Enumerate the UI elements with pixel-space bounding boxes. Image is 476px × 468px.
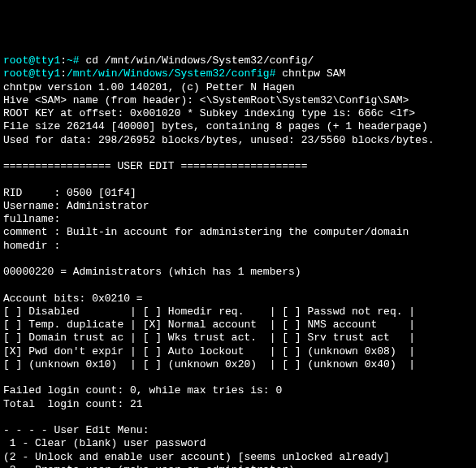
menu-item-3[interactable]: 3 - Promote user (make user an administr… bbox=[3, 464, 473, 468]
command-cd: cd /mnt/win/Windows/System32/config/ bbox=[85, 54, 314, 67]
output-rootkey: ROOT KEY at offset: 0x001020 * Subkey in… bbox=[3, 107, 473, 120]
output-hive: Hive <SAM> name (from header): <\SystemR… bbox=[3, 94, 473, 107]
account-bits-row: [ ] Domain trust ac | [ ] Wks trust act.… bbox=[3, 332, 473, 344]
prompt-sep: # bbox=[73, 54, 80, 67]
prompt-userhost: root@tty1 bbox=[3, 54, 60, 67]
account-bits-row: [ ] (unknown 0x10) | [ ] (unknown 0x20) … bbox=[3, 358, 473, 371]
field-homedir: homedir : bbox=[3, 240, 473, 253]
prompt-path: ~ bbox=[67, 54, 73, 67]
account-bits-row: [X] Pwd don't expir | [ ] Auto lockout |… bbox=[3, 345, 473, 358]
field-fullname: fullname: bbox=[3, 213, 473, 226]
output-used: Used for data: 298/26952 blocks/bytes, u… bbox=[3, 134, 473, 147]
output-version: chntpw version 1.00 140201, (c) Petter N… bbox=[3, 81, 473, 94]
group-membership: 00000220 = Administrators (which has 1 m… bbox=[3, 266, 473, 279]
login-failed: Failed login count: 0, while max tries i… bbox=[3, 384, 473, 397]
prompt-line-2: root@tty1:/mnt/win/Windows/System32/conf… bbox=[3, 67, 473, 80]
section-header-user-edit: ================= USER EDIT ============… bbox=[3, 160, 473, 173]
field-comment: comment : Built-in account for administe… bbox=[3, 226, 473, 239]
menu-item-2[interactable]: (2 - Unlock and enable user account) [se… bbox=[3, 451, 473, 464]
prompt-userhost: root@tty1 bbox=[3, 67, 60, 80]
account-bits-row: [ ] Temp. duplicate | [X] Normal account… bbox=[3, 318, 473, 332]
command-chntpw: chntpw SAM bbox=[282, 67, 345, 80]
prompt-path: /mnt/win/Windows/System32/config bbox=[67, 67, 270, 80]
menu-header: - - - - User Edit Menu: bbox=[3, 424, 473, 437]
login-total: Total login count: 21 bbox=[3, 398, 473, 411]
field-rid: RID : 0500 [01f4] bbox=[3, 187, 473, 200]
account-bits-header: Account bits: 0x0210 = bbox=[3, 292, 473, 306]
prompt-line-1: root@tty1:~# cd /mnt/win/Windows/System3… bbox=[3, 54, 473, 67]
field-username: Username: Administrator bbox=[3, 200, 473, 213]
output-filesize: File size 262144 [40000] bytes, containi… bbox=[3, 120, 473, 133]
menu-item-1[interactable]: 1 - Clear (blank) user password bbox=[3, 437, 473, 450]
account-bits-row: [ ] Disabled | [ ] Homedir req. | [ ] Pa… bbox=[3, 306, 473, 318]
